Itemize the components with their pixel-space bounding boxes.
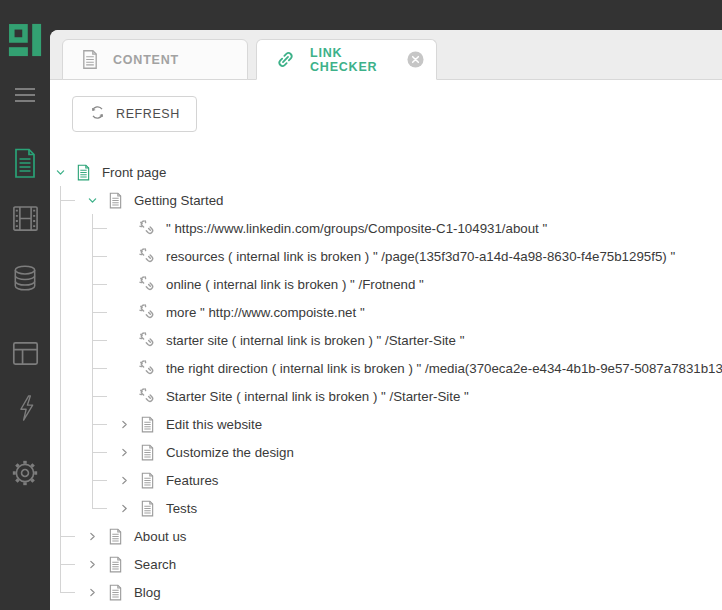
tree-node-label[interactable]: Features — [166, 473, 218, 488]
broken-link-icon — [138, 331, 156, 349]
sidebar-item-layout[interactable] — [0, 341, 50, 366]
tree-row[interactable]: resources ( internal link is broken ) " … — [116, 242, 722, 270]
tree-node-label[interactable]: About us — [134, 529, 187, 544]
chevron-spacer — [116, 360, 132, 376]
broken-link-icon — [138, 275, 156, 293]
tree-row[interactable]: the right direction ( internal link is b… — [116, 354, 722, 382]
refresh-button-label: REFRESH — [116, 107, 180, 121]
hamburger-icon — [14, 87, 36, 103]
tree-row[interactable]: Blog — [84, 578, 722, 606]
tree-row[interactable]: Search — [84, 550, 722, 578]
broken-link-icon — [138, 219, 156, 237]
app-sidebar — [0, 0, 50, 610]
tree-node: Blog — [84, 578, 722, 606]
tree-row[interactable]: more " http://www.compoiste.net " — [116, 298, 722, 326]
tree-node: the right direction ( internal link is b… — [116, 354, 722, 382]
app-logo[interactable] — [0, 22, 50, 58]
tree-node-label[interactable]: Edit this website — [166, 417, 262, 432]
layout-icon — [12, 341, 39, 366]
film-icon — [12, 205, 39, 232]
chevron-right-icon[interactable] — [84, 528, 100, 544]
page-icon — [138, 443, 156, 461]
tree-node-label[interactable]: the right direction ( internal link is b… — [166, 361, 722, 376]
chevron-right-icon[interactable] — [116, 416, 132, 432]
page-icon — [138, 415, 156, 433]
tree-node: " https://www.linkedin.com/groups/Compos… — [116, 214, 722, 242]
tab-label: CONTENT — [113, 53, 179, 67]
tree-row[interactable]: Features — [116, 466, 722, 494]
broken-link-icon — [138, 303, 156, 321]
tree-node-label[interactable]: online ( internal link is broken ) " /Fr… — [166, 277, 424, 292]
tree-row[interactable]: Tests — [116, 494, 722, 522]
sidebar-item-data[interactable] — [0, 264, 50, 292]
page-icon — [138, 499, 156, 517]
tree-row[interactable]: Front page — [52, 158, 722, 186]
refresh-button[interactable]: REFRESH — [72, 96, 197, 132]
tree-node: Edit this website — [116, 410, 722, 438]
broken-link-icon — [138, 359, 156, 377]
page-icon — [138, 471, 156, 489]
link-checker-tree: Front pageGetting Started" https://www.l… — [50, 158, 722, 606]
close-icon[interactable] — [381, 51, 424, 68]
chevron-spacer — [116, 388, 132, 404]
tree-node: resources ( internal link is broken ) " … — [116, 242, 722, 270]
chevron-right-icon[interactable] — [116, 444, 132, 460]
tree-node: Tests — [116, 494, 722, 522]
tree-node: Search — [84, 550, 722, 578]
tree-node: more " http://www.compoiste.net " — [116, 298, 722, 326]
tree-node: starter site ( internal link is broken )… — [116, 326, 722, 354]
tree-node-label[interactable]: Tests — [166, 501, 197, 516]
database-icon — [12, 264, 38, 292]
logo-icon — [7, 22, 43, 58]
chevron-right-icon[interactable] — [116, 472, 132, 488]
broken-link-icon — [138, 247, 156, 265]
lightning-icon — [15, 394, 36, 422]
tree-node: Customize the design — [116, 438, 722, 466]
chevron-spacer — [116, 248, 132, 264]
tree-row[interactable]: Customize the design — [116, 438, 722, 466]
tree-node-label[interactable]: more " http://www.compoiste.net " — [166, 305, 365, 320]
tree-row[interactable]: starter site ( internal link is broken )… — [116, 326, 722, 354]
tree-node-label[interactable]: Search — [134, 557, 176, 572]
page-icon — [106, 191, 124, 209]
page-icon — [74, 163, 92, 181]
tree-node: Features — [116, 466, 722, 494]
document-icon — [81, 49, 99, 70]
tree-node-label[interactable]: Starter Site ( internal link is broken )… — [166, 389, 469, 404]
tree-node-label[interactable]: Getting Started — [134, 193, 223, 208]
tree-row[interactable]: About us — [84, 522, 722, 550]
top-bar — [0, 0, 722, 30]
tree-row[interactable]: Getting Started — [84, 186, 722, 214]
tree-node-label[interactable]: resources ( internal link is broken ) " … — [166, 249, 675, 264]
tree-node-label[interactable]: starter site ( internal link is broken )… — [166, 333, 464, 348]
chevron-right-icon[interactable] — [84, 584, 100, 600]
tree-row[interactable]: Edit this website — [116, 410, 722, 438]
sidebar-item-media[interactable] — [0, 205, 50, 232]
tab-link-checker[interactable]: LINK CHECKER — [256, 39, 437, 80]
tree-node-label[interactable]: " https://www.linkedin.com/groups/Compos… — [166, 221, 547, 236]
link-icon — [275, 49, 296, 70]
sidebar-item-functions[interactable] — [0, 394, 50, 422]
page-icon — [106, 527, 124, 545]
tree-row[interactable]: online ( internal link is broken ) " /Fr… — [116, 270, 722, 298]
sidebar-item-content[interactable] — [0, 148, 50, 179]
sidebar-item-settings[interactable] — [0, 459, 50, 487]
chevron-spacer — [116, 332, 132, 348]
chevron-right-icon[interactable] — [84, 556, 100, 572]
document-icon — [12, 148, 38, 179]
tree-node-label[interactable]: Customize the design — [166, 445, 294, 460]
chevron-down-icon[interactable] — [52, 164, 68, 180]
sidebar-item-menu[interactable] — [0, 87, 50, 103]
tree-row[interactable]: " https://www.linkedin.com/groups/Compos… — [116, 214, 722, 242]
tree-node-label[interactable]: Blog — [134, 585, 161, 600]
tree-node: online ( internal link is broken ) " /Fr… — [116, 270, 722, 298]
page-icon — [106, 583, 124, 601]
tab-label: LINK CHECKER — [310, 46, 381, 74]
chevron-right-icon[interactable] — [116, 500, 132, 516]
chevron-spacer — [116, 304, 132, 320]
tab-content[interactable]: CONTENT — [62, 39, 248, 80]
chevron-down-icon[interactable] — [84, 192, 100, 208]
tree-node-label[interactable]: Front page — [102, 165, 166, 180]
tab-bar: CONTENTLINK CHECKER — [50, 30, 722, 80]
tree-row[interactable]: Starter Site ( internal link is broken )… — [116, 382, 722, 410]
